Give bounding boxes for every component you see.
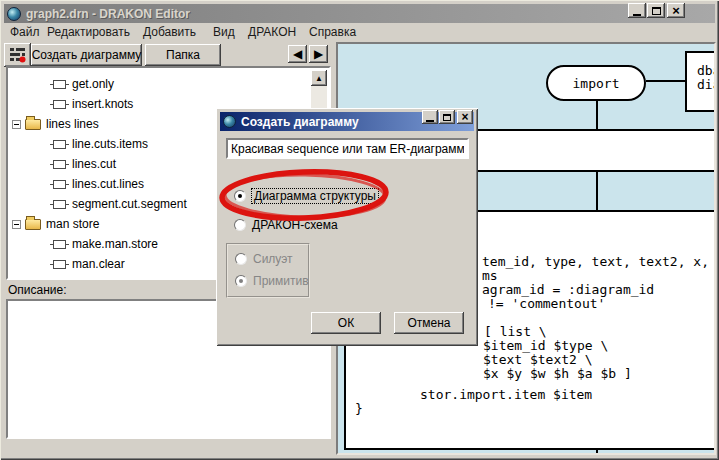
diagram-icon [53, 180, 66, 189]
tree-item-label: line.cuts.items [72, 137, 148, 151]
main-window: graph2.drn - DRAKON Editor × Файл Редакт… [0, 0, 719, 460]
scroll-up-button[interactable]: ▲ [311, 70, 327, 86]
schema-type-groupbox: Силуэт Примитив [226, 243, 310, 298]
code-line: [ list \ [484, 325, 547, 339]
code-line: $x $y $w $h $a $b ] [483, 367, 632, 381]
dialog-minimize-button[interactable] [422, 110, 438, 124]
ok-button[interactable]: ОК [311, 312, 381, 334]
back-icon: ◀ [293, 47, 302, 61]
close-icon: × [672, 5, 680, 16]
tree-item-line-cuts-items[interactable]: line.cuts.items [53, 134, 148, 154]
radio-drakon-schema[interactable]: ДРАКОН-схема [234, 218, 338, 232]
window-title: graph2.drn - DRAKON Editor [26, 7, 190, 21]
create-diagram-button[interactable]: Создать диаграмму [31, 44, 142, 66]
forward-icon: ▶ [314, 47, 323, 61]
close-icon: × [461, 112, 468, 123]
menu-add[interactable]: Добавить [143, 25, 196, 39]
forward-button[interactable]: ▶ [309, 45, 328, 63]
dba-box-line2: dia [697, 78, 716, 92]
code-line: agram_id = :diagram_id [482, 283, 654, 297]
create-diagram-dialog: Создать диаграмму × Диаграмма структуры … [216, 108, 478, 346]
app-icon [7, 7, 21, 21]
menu-file[interactable]: Файл [10, 25, 40, 39]
dialog-maximize-button[interactable] [439, 110, 455, 124]
dba-box-line1: dba [697, 64, 716, 78]
scroll-up-icon: ▲ [315, 74, 323, 83]
tree-item-label: man.clear [72, 257, 125, 271]
tree-item-man-clear[interactable]: man.clear [53, 254, 125, 274]
tree-item-lines-cut-lines[interactable]: lines.cut.lines [53, 174, 144, 194]
menu-view[interactable]: Вид [213, 25, 235, 39]
diagram-icon [53, 100, 66, 109]
code-line: tem_id, type, text, text2, x, [482, 255, 709, 269]
menu-edit[interactable]: Редактировать [47, 25, 130, 39]
menu-drakon[interactable]: ДРАКОН [248, 25, 296, 39]
code-line: $item_id $type \ [483, 339, 608, 353]
import-oval[interactable]: import [546, 65, 646, 101]
diagram-icon [53, 240, 66, 249]
dialog-icon [223, 115, 236, 128]
code-line: != 'commentout' [488, 297, 605, 311]
tree-item-label: segment.cut.segment [72, 197, 187, 211]
tree-item-get-only[interactable]: get.only [53, 74, 114, 94]
tree-folder-man-store[interactable]: man store [12, 214, 99, 234]
folder-icon [25, 219, 41, 230]
diagram-icon [53, 80, 66, 89]
tree-folder-label: lines lines [46, 117, 99, 131]
radio-drakon-label[interactable]: ДРАКОН-схема [252, 218, 338, 232]
radio-structure-diagram[interactable]: Диаграмма структуры [234, 189, 378, 203]
radio-unselected-icon[interactable] [234, 219, 246, 231]
titlebar[interactable]: graph2.drn - DRAKON Editor [4, 4, 715, 23]
dialog-title: Создать диаграмму [241, 115, 359, 129]
radio-primitive: Примитив [235, 274, 309, 288]
diagram-list-button[interactable] [4, 43, 31, 67]
tree-item-label: make.man.store [72, 237, 158, 251]
diagram-icon [53, 200, 66, 209]
dba-box[interactable]: dba dia [685, 51, 716, 112]
tree-item-lines-cut[interactable]: lines.cut [53, 154, 116, 174]
radio-selected-icon[interactable] [234, 190, 246, 202]
menubar: Файл Редактировать Добавить Вид ДРАКОН С… [4, 24, 715, 41]
tree-item-label: lines.cut.lines [72, 177, 144, 191]
maximize-icon [652, 7, 661, 15]
connector-horizontal-line [646, 80, 685, 82]
folder-button[interactable]: Папка [145, 44, 221, 66]
radio-structure-label[interactable]: Диаграмма структуры [252, 189, 378, 203]
radio-silhouette: Силуэт [235, 252, 293, 266]
maximize-icon [443, 114, 451, 121]
description-label: Описание: [8, 283, 67, 297]
diagram-name-input[interactable] [226, 138, 469, 159]
code-line: ms [482, 269, 498, 283]
minimize-icon [426, 120, 434, 122]
tree-item-segment-cut-segment[interactable]: segment.cut.segment [53, 194, 187, 214]
code-line: stor.import.item $item [420, 388, 592, 402]
diagram-icon [53, 160, 66, 169]
import-oval-label: import [573, 76, 620, 91]
minimize-icon [633, 14, 641, 16]
diagram-icon [53, 260, 66, 269]
radio-silhouette-label: Силуэт [253, 252, 293, 266]
radio-disabled-selected-icon [235, 275, 247, 287]
cancel-button[interactable]: Отмена [394, 312, 464, 334]
tree-folder-label: man store [46, 217, 99, 231]
diagram-icon [53, 140, 66, 149]
back-button[interactable]: ◀ [288, 45, 307, 63]
close-button[interactable]: × [667, 3, 685, 18]
minimize-button[interactable] [628, 3, 646, 18]
tree-item-make-man-store[interactable]: make.man.store [53, 234, 158, 254]
radio-primitive-label: Примитив [253, 274, 309, 288]
collapse-icon[interactable] [12, 220, 21, 229]
folder-icon [25, 119, 41, 130]
radio-disabled-icon [235, 253, 247, 265]
tree-folder-lines-lines[interactable]: lines lines [12, 114, 99, 134]
maximize-button[interactable] [647, 3, 665, 18]
diagram-list-icon [9, 47, 27, 63]
dialog-close-button[interactable]: × [457, 110, 473, 124]
tree-item-label: lines.cut [72, 157, 116, 171]
code-line: $text $text2 \ [483, 353, 593, 367]
code-line: } [355, 402, 363, 416]
tree-item-insert-knots[interactable]: insert.knots [53, 94, 133, 114]
menu-help[interactable]: Справка [309, 25, 356, 39]
collapse-icon[interactable] [12, 120, 21, 129]
tree-item-label: insert.knots [72, 97, 133, 111]
